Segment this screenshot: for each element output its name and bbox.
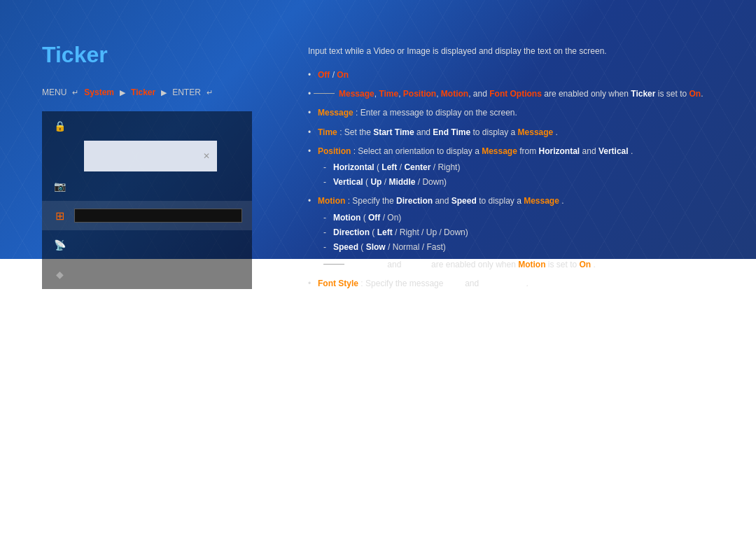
bullet-motion: Motion : Specify the Direction and Speed…	[308, 195, 714, 272]
h-paren-open: (	[377, 162, 379, 172]
motion-and: and	[435, 196, 451, 206]
position-from: from	[519, 146, 538, 156]
motion-period: .	[561, 196, 564, 206]
message-label: Message	[318, 108, 354, 118]
sub-horizontal: Horizontal ( Left / Center / Right)	[323, 161, 714, 174]
speed-ref: Speed	[451, 196, 477, 206]
horizontal: Horizontal	[333, 162, 374, 172]
nav-enter: ENTER	[172, 87, 201, 97]
vertical: Vertical	[333, 177, 363, 187]
nav-menu: MENU	[42, 87, 66, 97]
sub-speed: Speed ( Slow / Normal / Fast)	[323, 241, 714, 254]
speed-slash: / Normal / Fast)	[388, 242, 446, 252]
page-title: Ticker	[42, 42, 280, 68]
speed-paren: (	[360, 242, 363, 252]
h-sep2: / Right)	[433, 162, 461, 172]
position-message: Message	[482, 146, 517, 156]
bullet-on-off: Off / On	[308, 69, 714, 82]
main-bullet-list: Off / On Message, Time, Position, Motion…	[308, 69, 714, 290]
time-label: Time	[318, 127, 337, 137]
left-label: Left	[382, 162, 397, 172]
vertical-label: Vertical	[598, 146, 629, 156]
sub-motion-off-on: Motion ( Off / On)	[323, 211, 714, 225]
note-and: and	[387, 260, 403, 269]
motion-message: Message	[524, 196, 559, 206]
bullet-font-style: Font Style : Specify the message Size an…	[308, 277, 714, 290]
note-text-2: Direction and Speed are enabled only whe…	[349, 258, 596, 272]
font-and: and	[465, 279, 481, 288]
direction-note: Direction	[349, 260, 385, 269]
position-period: .	[631, 146, 633, 156]
note-enabled: are enabled only when	[431, 260, 518, 269]
off-sub: Off	[368, 213, 380, 223]
menu-icon-3: 📡	[52, 237, 67, 253]
note-dash-1	[314, 93, 335, 94]
menu-row-3: 📡	[42, 230, 252, 260]
left-panel: Ticker MENU ↵ System ▶ Ticker ▶ ENTER ↵ …	[42, 42, 280, 296]
message-link: Message	[339, 89, 374, 99]
note-dash-2	[323, 264, 344, 265]
message-ref: Message	[518, 127, 554, 137]
note-is-set: is set to	[548, 260, 580, 269]
time-text-after: to display a	[472, 127, 517, 137]
left-sub: Left	[377, 227, 393, 237]
note-line-2: Direction and Speed are enabled only whe…	[323, 258, 714, 272]
speed-note: Speed	[404, 260, 429, 269]
off-label: Off	[318, 70, 330, 80]
motion-paren: (	[363, 213, 366, 223]
motion-sub: Motion	[333, 213, 360, 223]
menu-icon-1: 🔒	[52, 118, 67, 134]
on-note: On	[580, 260, 592, 269]
font-period: .	[526, 279, 528, 288]
popup-card: ✕	[84, 141, 217, 171]
direction-ref: Direction	[396, 196, 433, 206]
position-link: Position	[403, 89, 436, 99]
motion-note: Motion	[518, 260, 545, 269]
bullet-time: Time : Set the Start Time and End Time t…	[308, 126, 714, 139]
ticker-input-bar[interactable]	[74, 209, 242, 223]
position-and: and	[582, 146, 598, 156]
time-and: and	[416, 127, 433, 137]
bullet-position: Position : Select an orientation to disp…	[308, 145, 714, 190]
nav-ticker[interactable]: Ticker	[131, 87, 155, 97]
on-bold: On	[689, 89, 701, 99]
position-sub-list: Horizontal ( Left / Center / Right) Vert…	[323, 161, 714, 189]
sub-direction: Direction ( Left / Right / Up / Down)	[323, 226, 714, 239]
position-label: Position	[318, 146, 351, 156]
right-panel: Input text while a Video or Image is dis…	[308, 42, 714, 296]
direction-paren: (	[372, 227, 374, 237]
direction-sub: Direction	[333, 227, 370, 237]
font-options-link: Font Options	[489, 89, 542, 99]
intro-text: Input text while a Video or Image is dis…	[308, 45, 714, 57]
motion-link: Motion	[441, 89, 468, 99]
time-period: .	[556, 127, 558, 137]
font-color-label: Font Color	[481, 279, 524, 288]
nav-arrow-2: ▶	[120, 88, 125, 97]
nav-system[interactable]: System	[84, 87, 114, 97]
ticker-bold: Ticker	[631, 89, 655, 99]
motion-slash: / On)	[383, 213, 402, 223]
note-line-1: Message, Time, Position, Motion, and Fon…	[314, 87, 714, 101]
start-time: Start Time	[373, 127, 414, 137]
v-sep2: / Down)	[418, 177, 447, 187]
bullet-note-enabled: Message, Time, Position, Motion, and Fon…	[308, 87, 714, 101]
middle-label: Middle	[388, 177, 415, 187]
direction-slash: / Right / Up / Down)	[395, 227, 468, 237]
menu-row-ticker[interactable]: ⊞	[42, 201, 252, 230]
v-paren-open: (	[365, 177, 368, 187]
time-text-before: : Set the	[340, 127, 373, 137]
motion-label: Motion	[318, 196, 345, 206]
speed-sub: Speed	[333, 242, 358, 252]
motion-text: : Specify the	[348, 196, 396, 206]
nav-arrow-1: ↵	[72, 88, 78, 97]
close-icon[interactable]: ✕	[203, 151, 210, 161]
enter-icon: ↵	[206, 88, 213, 97]
end-time: End Time	[433, 127, 470, 137]
up-label: Up	[370, 177, 382, 187]
motion-display: to display a	[479, 196, 524, 206]
center-label: Center	[404, 162, 430, 172]
menu-icon-4: ◆	[52, 267, 67, 282]
font-style-text: : Specify the message	[360, 279, 445, 288]
nav-arrow-3: ▶	[161, 88, 167, 97]
menu-row-1: 🔒	[42, 111, 252, 141]
